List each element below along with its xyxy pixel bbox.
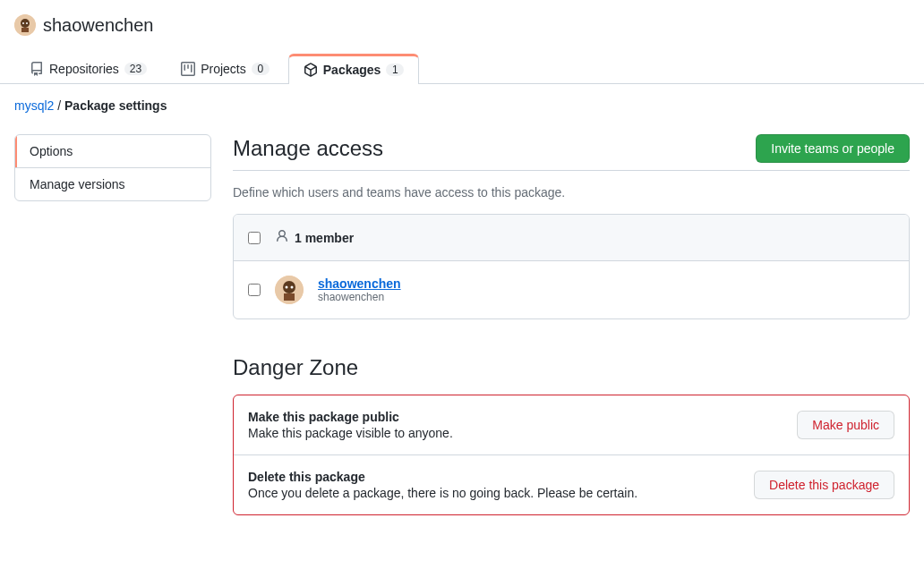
member-avatar[interactable]	[275, 276, 304, 304]
sidebar-item-manage-versions[interactable]: Manage versions	[15, 168, 210, 200]
page-header: shaowenchen	[0, 0, 924, 36]
tab-label: Repositories	[49, 62, 119, 76]
avatar[interactable]	[14, 14, 36, 36]
member-row: shaowenchen shaowenchen	[234, 261, 909, 318]
tabs: Repositories 23 Projects 0 Packages 1	[0, 54, 924, 84]
project-icon	[181, 62, 195, 76]
make-public-row: Make this package public Make this packa…	[234, 395, 909, 455]
counter: 1	[386, 64, 404, 76]
members-box-header: 1 member	[234, 215, 909, 261]
svg-point-4	[26, 22, 28, 24]
sidebar-item-options[interactable]: Options	[15, 135, 210, 168]
invite-button[interactable]: Invite teams or people	[756, 134, 910, 163]
person-icon	[275, 229, 289, 246]
member-subtitle: shaowenchen	[318, 291, 401, 303]
make-public-title: Make this package public	[248, 410, 453, 424]
tab-label: Packages	[323, 63, 381, 77]
danger-zone-title: Danger Zone	[233, 355, 910, 380]
section-title: Manage access	[233, 136, 383, 161]
delete-package-button[interactable]: Delete this package	[754, 471, 894, 499]
counter: 0	[252, 63, 270, 75]
repo-icon	[30, 62, 44, 76]
make-public-text: Make this package public Make this packa…	[248, 410, 453, 440]
username[interactable]: shaowenchen	[43, 15, 153, 36]
svg-rect-7	[284, 293, 295, 301]
main-content: Manage access Invite teams or people Def…	[233, 134, 910, 515]
danger-zone: Danger Zone Make this package public Mak…	[233, 355, 910, 515]
member-checkbox[interactable]	[248, 284, 261, 296]
member-name-link[interactable]: shaowenchen	[318, 276, 401, 291]
package-icon	[304, 63, 318, 77]
settings-menu: Options Manage versions	[14, 134, 211, 201]
member-info: shaowenchen shaowenchen	[318, 276, 401, 303]
make-public-button[interactable]: Make public	[797, 411, 894, 439]
svg-rect-2	[21, 28, 29, 32]
section-description: Define which users and teams have access…	[233, 185, 910, 200]
tab-repositories[interactable]: Repositories 23	[14, 54, 162, 83]
tab-label: Projects	[201, 62, 246, 76]
breadcrumb-current: Package settings	[64, 98, 167, 113]
breadcrumb: mysql2 / Package settings	[0, 84, 924, 113]
manage-access-header: Manage access Invite teams or people	[233, 134, 910, 171]
tab-packages[interactable]: Packages 1	[288, 54, 420, 84]
svg-point-3	[22, 22, 24, 24]
svg-point-1	[21, 19, 30, 28]
svg-point-6	[283, 281, 295, 293]
sidebar: Options Manage versions	[14, 134, 211, 515]
members-box: 1 member shaowenchen shaowenchen	[233, 214, 910, 319]
make-public-description: Make this package visible to anyone.	[248, 426, 453, 440]
delete-package-description: Once you delete a package, there is no g…	[248, 486, 637, 500]
member-count: 1 member	[275, 229, 354, 246]
delete-package-text: Delete this package Once you delete a pa…	[248, 470, 637, 500]
delete-package-row: Delete this package Once you delete a pa…	[234, 455, 909, 514]
counter: 23	[124, 63, 147, 75]
member-count-text: 1 member	[295, 231, 354, 245]
delete-package-title: Delete this package	[248, 470, 637, 484]
svg-point-9	[291, 286, 294, 289]
select-all-checkbox[interactable]	[248, 232, 261, 244]
danger-zone-box: Make this package public Make this packa…	[233, 395, 910, 515]
breadcrumb-link[interactable]: mysql2	[14, 98, 54, 113]
svg-point-8	[286, 286, 288, 289]
breadcrumb-separator: /	[57, 98, 61, 113]
tab-projects[interactable]: Projects 0	[166, 54, 285, 83]
